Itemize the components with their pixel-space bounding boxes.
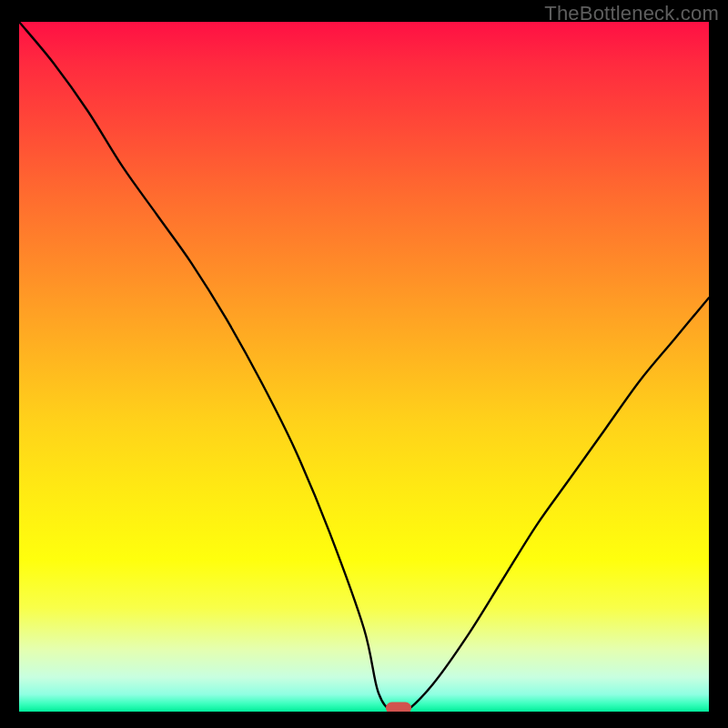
bottleneck-curve — [19, 22, 709, 712]
optimal-point-marker — [386, 703, 411, 713]
plot-area — [19, 22, 709, 712]
chart-frame: TheBottleneck.com — [0, 0, 728, 728]
watermark-text: TheBottleneck.com — [544, 2, 719, 25]
